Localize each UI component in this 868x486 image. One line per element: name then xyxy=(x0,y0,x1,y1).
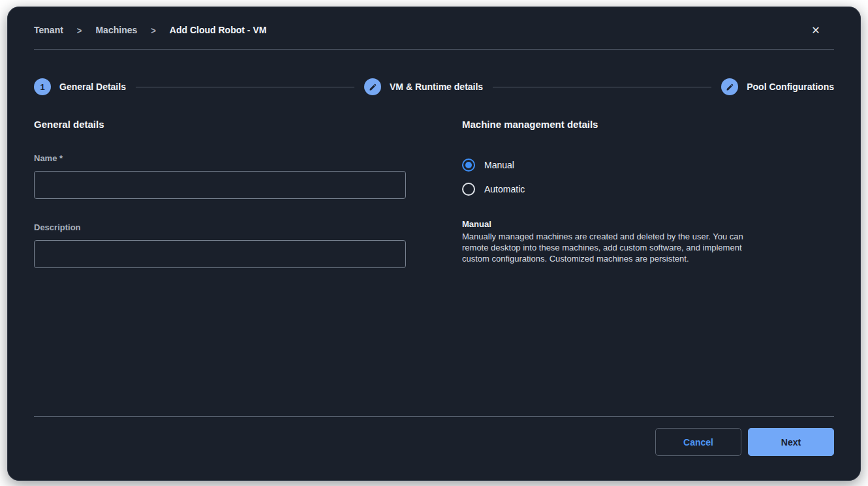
step-number-badge: 1 xyxy=(34,78,51,95)
radio-automatic[interactable]: Automatic xyxy=(462,183,525,196)
chevron-right-icon: > xyxy=(77,24,82,35)
radio-automatic-label: Automatic xyxy=(484,184,525,194)
breadcrumb-machines[interactable]: Machines xyxy=(95,25,137,35)
next-button[interactable]: Next xyxy=(748,428,834,456)
step-label: VM & Runtime details xyxy=(390,82,483,92)
pencil-icon xyxy=(364,78,381,95)
step-pool-configurations[interactable]: Pool Configurations xyxy=(721,78,834,95)
machine-management-heading: Machine management details xyxy=(462,119,834,130)
name-field-group: Name * xyxy=(34,153,406,199)
breadcrumb: Tenant > Machines > Add Cloud Robot - VM xyxy=(34,25,266,35)
description-field-label: Description xyxy=(34,222,406,232)
pencil-icon xyxy=(721,78,738,95)
name-field-label: Name * xyxy=(34,153,406,163)
footer-actions: Cancel Next xyxy=(8,417,860,480)
header-divider xyxy=(34,49,834,50)
breadcrumb-add-cloud-robot-vm: Add Cloud Robot - VM xyxy=(170,25,267,35)
step-label: Pool Configurations xyxy=(747,82,834,92)
close-icon[interactable]: ✕ xyxy=(807,21,825,39)
step-label: General Details xyxy=(59,82,126,92)
manual-info-body: Manually managed machines are created an… xyxy=(462,231,767,264)
manual-option-description: Manual Manually managed machines are cre… xyxy=(462,219,834,264)
dialog-footer: Cancel Next xyxy=(8,416,860,480)
machine-management-section: Machine management details Manual Automa… xyxy=(462,119,834,264)
step-number: 1 xyxy=(40,82,44,92)
chevron-right-icon: > xyxy=(151,24,156,35)
step-general-details[interactable]: 1 General Details xyxy=(34,78,126,95)
manual-info-title: Manual xyxy=(462,219,834,229)
dialog-body: General details Name * Description Machi… xyxy=(8,95,860,268)
dialog-header: Tenant > Machines > Add Cloud Robot - VM… xyxy=(8,7,860,39)
radio-selected-icon xyxy=(462,159,475,172)
radio-manual[interactable]: Manual xyxy=(462,159,514,172)
cancel-button[interactable]: Cancel xyxy=(655,428,741,456)
description-field-group: Description xyxy=(34,222,406,268)
stepper-connector xyxy=(493,87,711,87)
description-field[interactable] xyxy=(34,240,406,268)
add-cloud-robot-vm-dialog: Tenant > Machines > Add Cloud Robot - VM… xyxy=(7,7,861,481)
management-type-radio-group: Manual Automatic xyxy=(462,159,834,196)
name-field[interactable] xyxy=(34,171,406,199)
general-details-heading: General details xyxy=(34,119,406,130)
radio-unselected-icon xyxy=(462,183,475,196)
breadcrumb-tenant[interactable]: Tenant xyxy=(34,25,63,35)
wizard-stepper: 1 General Details VM & Runtime details P… xyxy=(34,78,834,95)
step-vm-runtime-details[interactable]: VM & Runtime details xyxy=(364,78,483,95)
radio-manual-label: Manual xyxy=(484,160,514,170)
general-details-section: General details Name * Description xyxy=(34,119,406,268)
stepper-connector xyxy=(136,87,354,87)
